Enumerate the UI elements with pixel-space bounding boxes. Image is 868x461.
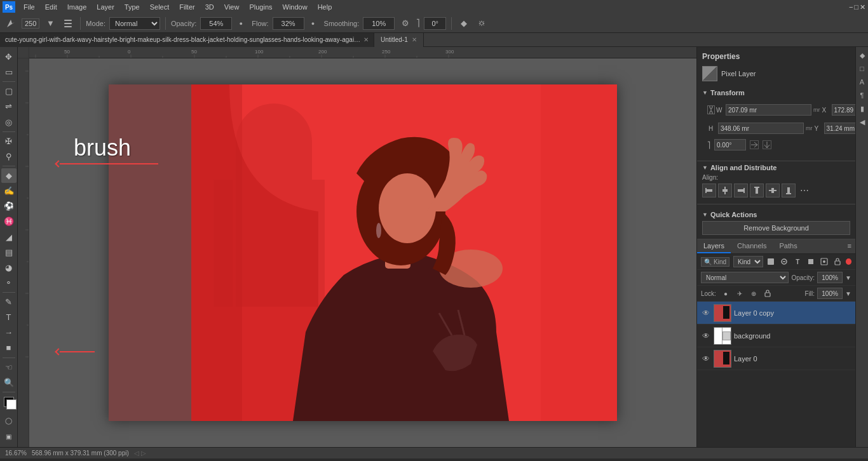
canvas-content[interactable]: brush xyxy=(29,58,696,447)
flip-h-icon[interactable] xyxy=(750,140,759,149)
menu-help[interactable]: Help xyxy=(313,2,337,12)
flow-input[interactable] xyxy=(273,17,304,30)
menu-edit[interactable]: Edit xyxy=(41,2,62,12)
opacity-input[interactable] xyxy=(200,17,232,30)
layer-row-0[interactable]: 👁 Layer 0 xyxy=(697,347,855,370)
menu-layer[interactable]: Layer xyxy=(92,2,119,12)
type-tool[interactable]: T xyxy=(1,310,17,324)
tab-2[interactable]: Untitled-1 ✕ xyxy=(374,33,424,47)
tab-channels[interactable]: Channels xyxy=(731,239,773,253)
side-icon-character[interactable]: A xyxy=(857,76,868,88)
maximize-button[interactable]: □ xyxy=(854,3,858,11)
lasso-tool[interactable]: ⇌ xyxy=(1,99,17,114)
side-icon-gradients[interactable]: ◀ xyxy=(857,116,868,128)
gradient-tool[interactable]: ▤ xyxy=(1,245,17,260)
menu-file[interactable]: File xyxy=(19,2,39,12)
opacity-arrow-layers[interactable]: ▼ xyxy=(845,274,851,281)
layer-visibility-background[interactable]: 👁 xyxy=(701,331,711,341)
smoothing-settings-icon[interactable]: ⚙ xyxy=(398,17,412,30)
layer-type-filter[interactable]: T xyxy=(792,256,803,267)
lock-pixels-btn[interactable]: ● xyxy=(720,288,731,299)
align-bottom-edges[interactable] xyxy=(782,184,796,197)
menu-window[interactable]: Window xyxy=(278,2,312,12)
zoom-tool[interactable]: 🔍 xyxy=(1,375,17,390)
mode-dropdown[interactable]: Normal xyxy=(109,17,160,30)
close-button[interactable]: ✕ xyxy=(860,3,865,11)
menu-select[interactable]: Select xyxy=(146,2,174,12)
tab-layers[interactable]: Layers xyxy=(697,239,731,253)
brush-curves-icon[interactable]: ⛭ xyxy=(475,17,489,30)
quick-mask-tool[interactable]: ◯ xyxy=(1,413,17,429)
align-center-h[interactable] xyxy=(718,184,732,197)
shape-tool[interactable]: ■ xyxy=(1,340,17,355)
width-input[interactable] xyxy=(726,104,811,116)
fill-arrow[interactable]: ▼ xyxy=(845,290,851,297)
rectangular-marquee-tool[interactable]: ▢ xyxy=(1,84,17,98)
quick-select-tool[interactable]: ◎ xyxy=(1,115,17,130)
pen-tool[interactable]: ✎ xyxy=(1,295,17,309)
layer-shape-filter[interactable] xyxy=(806,256,817,267)
side-icon-swatches[interactable]: ▮ xyxy=(857,103,868,114)
layer-visibility-0-copy[interactable]: 👁 xyxy=(701,308,711,318)
angle-input[interactable] xyxy=(424,17,446,30)
tab-1-close[interactable]: ✕ xyxy=(363,36,369,43)
blur-tool[interactable]: ◕ xyxy=(1,260,17,275)
layer-visibility-0[interactable]: 👁 xyxy=(701,354,711,364)
lock-artboard-btn[interactable]: ⊕ xyxy=(748,288,759,299)
opacity-input-layers[interactable] xyxy=(817,272,843,283)
layer-row-0-copy[interactable]: 👁 Layer 0 copy xyxy=(697,302,855,324)
side-icon-history[interactable]: ◆ xyxy=(857,50,868,61)
lock-position-btn[interactable]: ✈ xyxy=(734,288,745,299)
path-select-tool[interactable]: → xyxy=(1,325,17,340)
menu-filter[interactable]: Filter xyxy=(175,2,199,12)
dodge-tool[interactable]: ⚬ xyxy=(1,276,17,290)
artboard-tool[interactable]: ▭ xyxy=(1,65,17,79)
layer-pixel-filter[interactable] xyxy=(766,256,776,267)
layer-adjustment-filter[interactable] xyxy=(779,256,790,267)
align-top-edges[interactable] xyxy=(750,184,764,197)
layers-search[interactable]: 🔍 Kind xyxy=(701,257,729,267)
symmetry-icon[interactable]: ◆ xyxy=(457,17,471,30)
brush-tool[interactable]: ✍ xyxy=(1,184,17,198)
stamp-tool[interactable]: ⚽ xyxy=(1,199,17,213)
fill-input[interactable] xyxy=(817,288,843,299)
tab-paths[interactable]: Paths xyxy=(773,239,804,253)
height-input[interactable] xyxy=(718,123,804,134)
crop-tool[interactable]: ✠ xyxy=(1,134,17,149)
transform-section-header[interactable]: ▼ Transform xyxy=(702,86,850,99)
angle-input-props[interactable] xyxy=(714,139,746,150)
menu-3d[interactable]: 3D xyxy=(201,2,219,12)
layer-kind-dropdown[interactable]: Kind xyxy=(733,256,763,267)
brush-settings-icon[interactable] xyxy=(61,17,75,30)
align-left-edges[interactable] xyxy=(702,184,716,197)
brush-options-icon[interactable]: ▼ xyxy=(43,17,57,30)
side-icon-comment[interactable]: □ xyxy=(857,63,868,74)
link-icon[interactable] xyxy=(707,105,715,114)
hand-tool[interactable]: ☜ xyxy=(1,360,17,375)
tab-1[interactable]: cute-young-girl-with-dark-wavy-hairstyle… xyxy=(0,33,374,47)
align-center-v[interactable] xyxy=(766,184,780,197)
align-section-header[interactable]: ▼ Align and Distribute xyxy=(702,161,850,174)
menu-type[interactable]: Type xyxy=(120,2,144,12)
move-tool[interactable]: ✥ xyxy=(1,50,17,64)
menu-view[interactable]: View xyxy=(220,2,244,12)
eraser-tool[interactable]: ◢ xyxy=(1,229,17,244)
menu-image[interactable]: Image xyxy=(63,2,92,12)
eyedropper-tool[interactable]: ⚲ xyxy=(1,149,17,164)
screen-mode-tool[interactable]: ▣ xyxy=(1,429,17,444)
layer-lock-filter[interactable] xyxy=(832,256,843,267)
quick-actions-header[interactable]: ▼ Quick Actions xyxy=(702,208,850,221)
lock-all-btn[interactable] xyxy=(762,288,773,299)
remove-background-button[interactable]: Remove Background xyxy=(702,221,850,235)
tab-2-close[interactable]: ✕ xyxy=(412,36,417,43)
smoothing-input[interactable] xyxy=(363,17,395,30)
align-more-button[interactable]: ⋯ xyxy=(797,184,811,197)
opacity-pressure-icon[interactable]: ● xyxy=(234,17,248,30)
menu-plugins[interactable]: Plugins xyxy=(245,2,276,12)
side-icon-paragraph[interactable]: ¶ xyxy=(857,90,868,101)
layers-panel-menu[interactable]: ≡ xyxy=(844,239,855,253)
brush-size-display[interactable]: 250 xyxy=(22,18,39,29)
minimize-button[interactable]: − xyxy=(849,3,853,11)
healing-brush-tool[interactable]: ◆ xyxy=(1,168,17,183)
align-right-edges[interactable] xyxy=(734,184,748,197)
